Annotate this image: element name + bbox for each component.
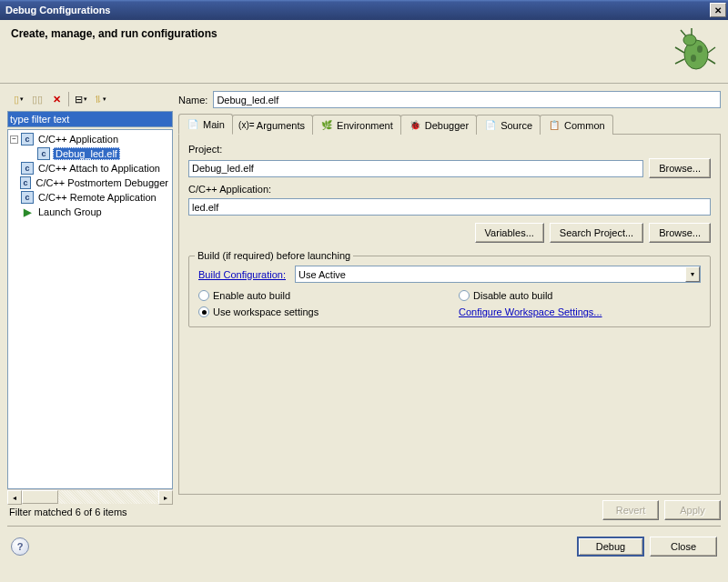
tab-bar: 📄Main(x)=Arguments🌿Environment🐞Debugger📄… — [178, 114, 721, 134]
tree-item-launch-group[interactable]: ▶Launch Group — [8, 205, 172, 219]
chevron-down-icon[interactable]: ▾ — [685, 266, 700, 282]
filter-status: Filter matched 6 of 6 items — [7, 504, 173, 520]
tab-icon: 📋 — [548, 119, 561, 132]
title-bar: Debug Configurations ✕ — [0, 0, 728, 20]
tab-debugger[interactable]: 🐞Debugger — [400, 115, 477, 135]
new-config-button[interactable]: ▯▾ — [9, 90, 27, 108]
tree-item-c-c-application[interactable]: −cC/C++ Application — [8, 132, 172, 146]
project-browse-button[interactable]: Browse... — [649, 158, 711, 178]
c-app-icon: c — [21, 162, 34, 175]
tab-icon: 📄 — [187, 118, 199, 131]
tab-arguments[interactable]: (x)=Arguments — [232, 115, 313, 135]
left-toolbar: ▯▾ ▯▯ ✕ ⊟▾ ⥮▾ — [7, 89, 173, 109]
duplicate-config-button[interactable]: ▯▯ — [28, 90, 46, 108]
tab-icon: 🌿 — [320, 119, 333, 132]
delete-config-button[interactable]: ✕ — [47, 90, 66, 108]
build-config-link[interactable]: Build Configuration: — [198, 269, 286, 280]
tree-item-debug-led-elf[interactable]: cDebug_led.elf — [8, 146, 172, 161]
c-app-icon: c — [21, 191, 34, 204]
tree-toggle-icon[interactable]: − — [10, 135, 18, 144]
bottom-bar: ? Debug Close — [7, 526, 721, 566]
radio-disable-auto-build[interactable]: Disable auto build — [459, 290, 701, 301]
close-window-button[interactable]: ✕ — [710, 3, 726, 17]
tab-icon: (x)= — [240, 119, 253, 132]
tree-h-scrollbar[interactable]: ◂▸ — [7, 489, 173, 504]
svg-line-2 — [681, 30, 686, 36]
close-button[interactable]: Close — [650, 537, 717, 557]
tab-environment[interactable]: 🌿Environment — [312, 115, 401, 135]
right-panel: Name: 📄Main(x)=Arguments🌿Environment🐞Deb… — [178, 89, 721, 520]
build-groupbox: Build (if required) before launching Bui… — [188, 256, 711, 327]
window-title: Debug Configurations — [5, 5, 710, 15]
tree-item-c-c-postmortem-debugger[interactable]: cC/C++ Postmortem Debugger — [8, 176, 172, 190]
svg-line-7 — [708, 59, 715, 64]
search-project-button[interactable]: Search Project... — [550, 223, 643, 243]
radio-enable-auto-build[interactable]: Enable auto build — [198, 290, 440, 301]
collapse-all-button[interactable]: ⊟▾ — [72, 90, 90, 108]
name-input[interactable] — [213, 91, 721, 108]
help-icon[interactable]: ? — [11, 537, 29, 556]
tree-item-c-c-remote-application[interactable]: cC/C++ Remote Application — [8, 190, 172, 205]
configure-workspace-link[interactable]: Configure Workspace Settings... — [459, 306, 602, 317]
svg-point-8 — [697, 45, 703, 53]
svg-point-9 — [691, 55, 696, 62]
app-input[interactable] — [188, 198, 711, 216]
tab-main[interactable]: 📄Main — [178, 114, 233, 135]
debug-button[interactable]: Debug — [577, 537, 644, 557]
tab-icon: 📄 — [484, 119, 497, 132]
filter-input[interactable] — [7, 111, 173, 127]
app-browse-button[interactable]: Browse... — [649, 223, 711, 243]
app-label: C/C++ Application: — [188, 184, 711, 195]
svg-line-4 — [675, 47, 684, 53]
tab-source[interactable]: 📄Source — [476, 115, 541, 135]
bug-icon — [672, 27, 717, 73]
c-app-icon: c — [37, 147, 50, 160]
tab-icon: 🐞 — [409, 119, 421, 132]
name-label: Name: — [178, 95, 207, 105]
header: Create, manage, and run configurations — [0, 20, 728, 84]
svg-line-6 — [708, 47, 715, 53]
tree-item-c-c-attach-to-application[interactable]: cC/C++ Attach to Application — [8, 161, 172, 176]
radio-use-workspace[interactable]: Use workspace settings — [198, 306, 440, 317]
groupbox-title: Build (if required) before launching — [195, 250, 353, 261]
filter-button[interactable]: ⥮▾ — [91, 90, 109, 108]
build-config-select[interactable]: Use Active ▾ — [295, 266, 701, 283]
c-app-icon: c — [20, 176, 32, 189]
config-tree[interactable]: −cC/C++ ApplicationcDebug_led.elfcC/C++ … — [7, 129, 173, 489]
left-panel: ▯▾ ▯▯ ✕ ⊟▾ ⥮▾ −cC/C++ ApplicationcDebug_… — [7, 89, 173, 520]
c-app-icon: c — [21, 133, 34, 146]
page-heading: Create, manage, and run configurations — [11, 27, 672, 40]
apply-button[interactable]: Apply — [664, 500, 721, 520]
variables-button[interactable]: Variables... — [475, 223, 544, 243]
project-label: Project: — [188, 144, 711, 155]
tab-common[interactable]: 📋Common — [540, 115, 613, 135]
launch-group-icon: ▶ — [21, 206, 34, 218]
project-input[interactable] — [188, 160, 643, 177]
tab-main-content: Project: Browse... C/C++ Application: Va… — [178, 134, 721, 495]
svg-line-5 — [675, 59, 684, 64]
revert-button[interactable]: Revert — [602, 500, 659, 520]
